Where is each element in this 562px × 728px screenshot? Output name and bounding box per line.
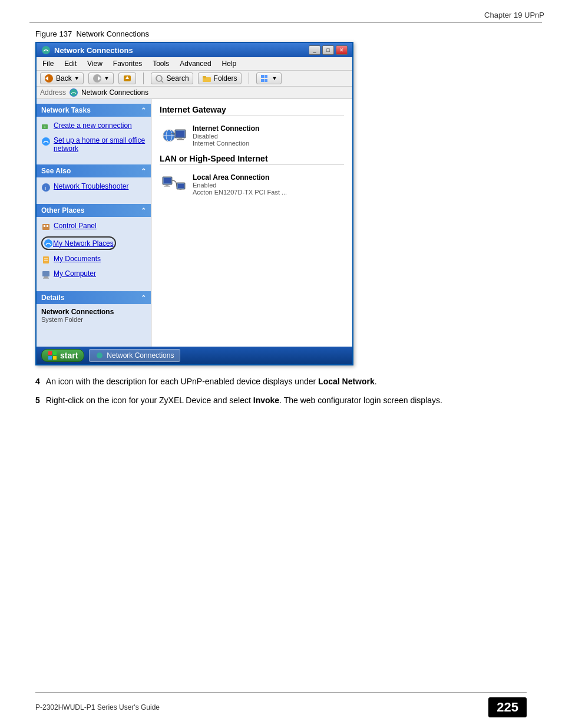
folders-button[interactable]: Folders bbox=[198, 73, 242, 84]
see-also-header[interactable]: See Also ⌃ bbox=[37, 164, 151, 177]
network-troubleshooter-link[interactable]: i Network Troubleshooter bbox=[41, 181, 146, 193]
svg-line-8 bbox=[161, 81, 163, 83]
see-also-collapse[interactable]: ⌃ bbox=[141, 167, 146, 175]
svg-rect-25 bbox=[43, 256, 49, 263]
svg-rect-11 bbox=[261, 75, 264, 78]
my-network-places-link[interactable]: My Network Places bbox=[41, 235, 146, 251]
menu-advanced[interactable]: Advanced bbox=[177, 58, 213, 69]
svg-rect-28 bbox=[42, 271, 49, 276]
svg-rect-13 bbox=[261, 79, 264, 82]
svg-rect-41 bbox=[164, 186, 170, 187]
folders-icon bbox=[202, 74, 211, 83]
body-item-4: 4 An icon with the description for each … bbox=[35, 375, 527, 388]
local-area-connection-name: Local Area Connection bbox=[193, 173, 287, 182]
other-places-collapse[interactable]: ⌃ bbox=[141, 207, 146, 215]
menu-file[interactable]: File bbox=[40, 58, 56, 69]
my-documents-text: My Documents bbox=[54, 255, 101, 263]
internet-connection-status: Disabled bbox=[193, 133, 259, 140]
my-documents-icon bbox=[41, 255, 51, 265]
setup-home-network-link[interactable]: Set up a home or small office network bbox=[41, 135, 146, 154]
menu-view[interactable]: View bbox=[85, 58, 105, 69]
svg-rect-14 bbox=[265, 79, 267, 82]
back-icon bbox=[44, 74, 54, 83]
create-connection-text: Create a new connection bbox=[54, 121, 132, 130]
item-5-text: Right-click on the icon for your ZyXEL D… bbox=[46, 394, 442, 407]
forward-button[interactable]: ▼ bbox=[88, 73, 114, 84]
svg-rect-22 bbox=[44, 225, 45, 227]
see-also-section: See Also ⌃ i Network Troubleshooter bbox=[37, 164, 151, 199]
internet-connection-name: Internet Connection bbox=[193, 124, 259, 133]
maximize-button[interactable]: □ bbox=[322, 45, 334, 55]
up-icon bbox=[123, 74, 132, 83]
taskbar-icon bbox=[95, 352, 104, 359]
address-icon bbox=[70, 88, 78, 97]
toolbar-separator-1 bbox=[143, 73, 144, 84]
network-tasks-header[interactable]: Network Tasks ⌃ bbox=[37, 104, 151, 117]
minimize-button[interactable]: _ bbox=[309, 45, 320, 55]
menu-tools[interactable]: Tools bbox=[150, 58, 171, 69]
header-divider bbox=[29, 22, 542, 23]
details-collapse[interactable]: ⌃ bbox=[141, 294, 146, 302]
details-body: Network Connections System Folder bbox=[37, 304, 151, 327]
network-connections-window: Network Connections _ □ ✕ File Edit View… bbox=[35, 42, 353, 365]
svg-point-7 bbox=[156, 75, 162, 81]
internet-connection-icon-wrap bbox=[162, 125, 187, 146]
taskbar-task-label: Network Connections bbox=[107, 351, 174, 360]
other-places-label: Other Places bbox=[41, 206, 84, 215]
start-label: start bbox=[60, 351, 78, 360]
internet-connection-info: Internet Connection Disabled Internet Co… bbox=[193, 124, 259, 147]
svg-rect-46 bbox=[48, 356, 52, 360]
menu-help[interactable]: Help bbox=[220, 58, 239, 69]
other-places-body: Control Panel My Network Places bbox=[37, 217, 151, 286]
details-name: Network Connections bbox=[41, 308, 146, 316]
svg-rect-47 bbox=[53, 356, 57, 360]
item-4-text: An icon with the description for each UP… bbox=[46, 375, 377, 388]
body-item-5: 5 Right-click on the icon for your ZyXEL… bbox=[35, 394, 527, 407]
network-tasks-collapse[interactable]: ⌃ bbox=[141, 107, 146, 114]
internet-connection-item[interactable]: Internet Connection Disabled Internet Co… bbox=[160, 121, 344, 150]
svg-rect-45 bbox=[53, 351, 57, 355]
my-computer-link[interactable]: My Computer bbox=[41, 268, 146, 281]
toolbar-separator-2 bbox=[249, 73, 249, 84]
body-text: 4 An icon with the description for each … bbox=[35, 375, 527, 407]
back-label: Back bbox=[56, 74, 72, 83]
svg-rect-40 bbox=[166, 185, 168, 186]
troubleshooter-text: Network Troubleshooter bbox=[54, 182, 128, 190]
local-area-connection-adapter: Accton EN1207D-TX PCI Fast ... bbox=[193, 189, 287, 196]
item-5-bold: Invoke bbox=[253, 396, 279, 405]
control-panel-link[interactable]: Control Panel bbox=[41, 220, 146, 233]
up-button[interactable] bbox=[118, 73, 136, 84]
control-panel-icon bbox=[41, 222, 51, 232]
other-places-section: Other Places ⌃ Control Panel bbox=[37, 204, 151, 286]
see-also-body: i Network Troubleshooter bbox=[37, 177, 151, 199]
setup-home-icon bbox=[41, 137, 51, 146]
svg-rect-44 bbox=[48, 351, 52, 355]
views-button[interactable]: ▼ bbox=[256, 73, 282, 84]
my-network-places-icon bbox=[44, 239, 53, 248]
start-button[interactable]: start bbox=[41, 349, 84, 362]
menu-favorites[interactable]: Favorites bbox=[111, 58, 144, 69]
menu-bar: File Edit View Favorites Tools Advanced … bbox=[37, 57, 352, 71]
search-button[interactable]: Search bbox=[151, 73, 193, 84]
my-documents-link[interactable]: My Documents bbox=[41, 253, 146, 266]
local-area-connection-item[interactable]: Local Area Connection Enabled Accton EN1… bbox=[160, 170, 344, 199]
network-tasks-body: + Create a new connection Set up a home … bbox=[37, 117, 151, 160]
local-area-connection-info: Local Area Connection Enabled Accton EN1… bbox=[193, 173, 287, 196]
back-button[interactable]: Back ▼ bbox=[40, 73, 84, 84]
setup-home-network-text: Set up a home or small office network bbox=[54, 136, 146, 153]
local-area-connection-status: Enabled bbox=[193, 182, 287, 189]
window-titlebar: Network Connections _ □ ✕ bbox=[37, 43, 352, 57]
search-label: Search bbox=[167, 74, 189, 83]
internet-connection-adapter: Internet Connection bbox=[193, 140, 259, 147]
menu-edit[interactable]: Edit bbox=[62, 58, 79, 69]
svg-rect-23 bbox=[47, 225, 48, 227]
details-header[interactable]: Details ⌃ bbox=[37, 291, 151, 304]
figure-caption: Figure 137 Network Connections bbox=[35, 29, 527, 38]
taskbar-network-connections[interactable]: Network Connections bbox=[89, 349, 180, 362]
details-type: System Folder bbox=[41, 316, 146, 323]
address-label: Address bbox=[40, 88, 66, 97]
create-connection-link[interactable]: + Create a new connection bbox=[41, 120, 146, 133]
other-places-header[interactable]: Other Places ⌃ bbox=[37, 204, 151, 217]
taskbar: start Network Connections bbox=[37, 347, 352, 364]
close-button[interactable]: ✕ bbox=[336, 45, 348, 55]
